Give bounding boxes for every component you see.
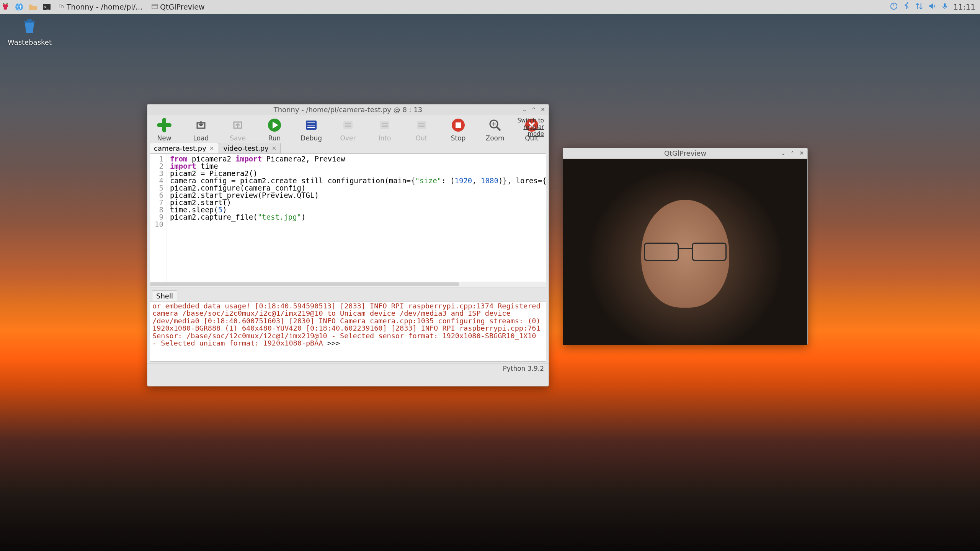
close-icon[interactable]: ✕: [798, 150, 805, 156]
out-icon: [413, 117, 430, 134]
task-thonny[interactable]: Th Thonny - /home/pi/...: [54, 2, 145, 12]
close-icon[interactable]: ✕: [539, 106, 546, 113]
task-qtglpreview-label: QtGlPreview: [160, 3, 204, 11]
raspberry-menu-icon[interactable]: [0, 2, 11, 12]
shell-tab[interactable]: Shell: [152, 290, 177, 301]
over-icon: [340, 117, 356, 134]
network-icon[interactable]: [915, 2, 923, 12]
editor-tab[interactable]: video-test.py✕: [219, 143, 281, 153]
save-button: Save: [225, 117, 251, 142]
run-button[interactable]: Run: [261, 117, 287, 142]
load-label: Load: [193, 134, 209, 142]
into-icon: [376, 117, 393, 134]
minimize-icon[interactable]: ⌄: [521, 106, 528, 113]
over-label: Over: [340, 134, 356, 142]
shell-tabs: Shell: [150, 290, 546, 301]
svg-rect-12: [944, 3, 946, 7]
taskbar: >_ Th Thonny - /home/pi/... QtGlPreview …: [0, 0, 980, 14]
zoom-label: Zoom: [485, 134, 504, 142]
tab-label: camera-test.py: [154, 144, 206, 152]
zoom-icon: [487, 117, 503, 134]
thonny-toolbar: NewLoadSaveRunDebugOverIntoOutStopZoomQu…: [147, 115, 549, 143]
editor-tab[interactable]: camera-test.py✕: [150, 143, 218, 153]
stop-button[interactable]: Stop: [445, 117, 471, 142]
new-button[interactable]: New: [151, 117, 177, 142]
thonny-title: Thonny - /home/pi/camera-test.py @ 8 : 1…: [274, 106, 423, 114]
thonny-window: Thonny - /home/pi/camera-test.py @ 8 : 1…: [147, 104, 549, 386]
svg-point-2: [4, 7, 7, 10]
maximize-icon[interactable]: ⌃: [789, 150, 796, 156]
svg-rect-33: [456, 122, 461, 128]
trash-icon: [19, 15, 40, 37]
save-icon: [229, 117, 246, 134]
terminal-icon[interactable]: >_: [41, 2, 52, 12]
wastebasket-label: Wastebasket: [8, 38, 52, 46]
switch-mode-link[interactable]: Switch to regular mode: [518, 117, 544, 137]
launcher-tray: >_: [0, 2, 52, 12]
into-label: Into: [379, 134, 391, 142]
thonny-titlebar[interactable]: Thonny - /home/pi/camera-test.py @ 8 : 1…: [147, 104, 549, 115]
qtglpreview-window: QtGlPreview ⌄ ⌃ ✕: [563, 148, 808, 345]
into-button: Into: [372, 117, 398, 142]
save-label: Save: [230, 134, 246, 142]
code-editor[interactable]: 12345678910 from picamera2 import Picame…: [150, 153, 546, 287]
over-button: Over: [335, 117, 361, 142]
preview-title: QtGlPreview: [664, 149, 706, 157]
python-version-label: Python 3.9.2: [503, 365, 544, 372]
line-gutter: 12345678910: [150, 154, 167, 287]
svg-text:>_: >_: [44, 5, 49, 10]
tab-close-icon[interactable]: ✕: [209, 145, 214, 152]
svg-line-35: [497, 127, 500, 130]
load-button[interactable]: Load: [188, 117, 214, 142]
task-qtglpreview[interactable]: QtGlPreview: [149, 2, 207, 12]
new-icon: [156, 117, 173, 134]
camera-preview: [563, 159, 807, 345]
power-icon[interactable]: [890, 2, 898, 12]
zoom-button[interactable]: Zoom: [482, 117, 508, 142]
clock[interactable]: 11:11: [953, 2, 975, 11]
volume-icon[interactable]: [928, 2, 936, 12]
tab-close-icon[interactable]: ✕: [272, 145, 277, 152]
preview-titlebar[interactable]: QtGlPreview ⌄ ⌃ ✕: [563, 148, 807, 159]
load-icon: [193, 117, 209, 134]
system-tray: 11:11: [890, 2, 975, 12]
minimize-icon[interactable]: ⌄: [780, 150, 787, 156]
editor-hscrollbar[interactable]: [150, 282, 546, 287]
new-label: New: [157, 134, 171, 142]
debug-label: Debug: [301, 134, 322, 142]
run-icon: [266, 117, 283, 134]
code-area[interactable]: from picamera2 import Picamera2, Preview…: [167, 154, 546, 287]
debug-icon: [303, 117, 320, 134]
web-browser-icon[interactable]: [14, 2, 24, 12]
tab-label: video-test.py: [223, 144, 268, 152]
desktop-icon-wastebasket[interactable]: Wastebasket: [8, 15, 52, 46]
task-list: Th Thonny - /home/pi/... QtGlPreview: [54, 2, 207, 12]
run-label: Run: [268, 134, 281, 142]
thonny-icon: Th: [57, 3, 64, 11]
mic-icon[interactable]: [941, 2, 949, 12]
svg-text:Th: Th: [58, 4, 64, 9]
file-manager-icon[interactable]: [28, 2, 38, 12]
shell-output[interactable]: or embedded data usage! [0:18:40.5945905…: [150, 301, 546, 362]
maximize-icon[interactable]: ⌃: [530, 106, 537, 113]
bluetooth-icon[interactable]: [903, 2, 910, 12]
out-label: Out: [416, 134, 428, 142]
stop-label: Stop: [451, 134, 466, 142]
task-thonny-label: Thonny - /home/pi/...: [67, 3, 142, 11]
editor-tabs: camera-test.py✕video-test.py✕: [147, 143, 549, 153]
window-icon: [152, 3, 158, 11]
svg-rect-8: [152, 4, 157, 9]
stop-icon: [450, 117, 467, 134]
status-bar: Python 3.9.2: [147, 363, 549, 373]
shell-tab-label: Shell: [156, 292, 173, 300]
debug-button[interactable]: Debug: [298, 117, 324, 142]
svg-rect-14: [27, 19, 32, 21]
out-button: Out: [408, 117, 434, 142]
